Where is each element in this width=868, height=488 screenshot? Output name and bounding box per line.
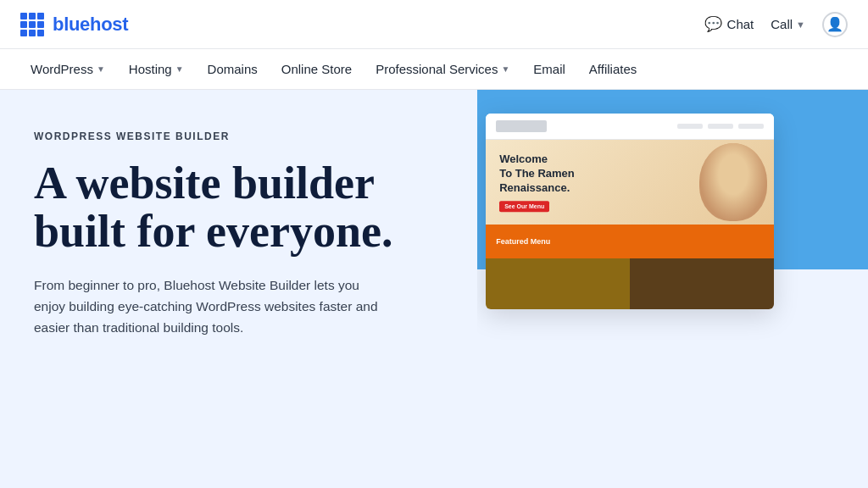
top-bar: bluehost 💬 Chat Call ▼ 👤 <box>0 0 868 49</box>
mockup-nav-line-2 <box>708 124 733 129</box>
call-label: Call <box>771 17 793 31</box>
nav-item-wordpress[interactable]: WordPress ▼ <box>20 57 115 81</box>
nav-affiliates-label: Affiliates <box>589 62 637 76</box>
ramen-bowl-image <box>699 143 767 221</box>
wordpress-chevron-icon: ▼ <box>97 64 105 74</box>
nav-item-domains[interactable]: Domains <box>198 57 268 81</box>
nav-item-professional-services[interactable]: Professional Services ▼ <box>365 57 520 81</box>
top-actions: 💬 Chat Call ▼ 👤 <box>704 12 848 37</box>
mockup-orange-section: Featured Menu <box>486 225 774 258</box>
account-person-icon: 👤 <box>826 16 843 32</box>
brand-name: bluehost <box>53 14 128 36</box>
mockup-header <box>486 114 774 140</box>
nav-item-hosting[interactable]: Hosting ▼ <box>119 57 194 81</box>
hero-image-area: WelcomeTo The RamenRenaissance. See Our … <box>477 90 868 488</box>
food-cell-2 <box>630 258 774 309</box>
ramen-welcome-text: WelcomeTo The RamenRenaissance. <box>499 152 575 196</box>
hosting-chevron-icon: ▼ <box>175 64 184 74</box>
chat-icon: 💬 <box>704 15 722 33</box>
nav-bar: WordPress ▼ Hosting ▼ Domains Online Sto… <box>0 49 868 90</box>
hero-subtext: From beginner to pro, Bluehost Website B… <box>34 275 390 338</box>
nav-hosting-label: Hosting <box>129 62 172 76</box>
hero-eyebrow: WORDPRESS WEBSITE BUILDER <box>34 130 443 142</box>
mockup-logo <box>496 120 547 132</box>
chat-label: Chat <box>727 17 754 31</box>
ramen-overlay: WelcomeTo The RamenRenaissance. See Our … <box>499 152 575 212</box>
logo-area[interactable]: bluehost <box>20 13 128 36</box>
ramen-cta-button: See Our Menu <box>499 201 549 212</box>
nav-item-affiliates[interactable]: Affiliates <box>579 57 647 81</box>
website-mockup: WelcomeTo The RamenRenaissance. See Our … <box>486 114 774 309</box>
nav-item-email[interactable]: Email <box>523 57 576 81</box>
hero-section: WORDPRESS WEBSITE BUILDER A website buil… <box>0 90 868 488</box>
mockup-food-grid <box>486 258 774 309</box>
chat-button[interactable]: 💬 Chat <box>704 15 754 33</box>
food-cell-1 <box>486 258 630 309</box>
account-icon[interactable]: 👤 <box>822 12 848 37</box>
nav-online-store-label: Online Store <box>281 62 352 76</box>
ramen-bowl-inner <box>699 143 767 221</box>
nav-professional-services-label: Professional Services <box>376 62 498 76</box>
mockup-nav <box>677 124 764 129</box>
mockup-orange-text: Featured Menu <box>496 237 550 246</box>
call-chevron-icon: ▼ <box>796 19 805 30</box>
nav-domains-label: Domains <box>208 62 258 76</box>
logo-grid-icon <box>20 13 44 36</box>
hero-content: WORDPRESS WEBSITE BUILDER A website buil… <box>0 90 477 488</box>
nav-item-online-store[interactable]: Online Store <box>271 57 362 81</box>
call-button[interactable]: Call ▼ <box>771 17 805 31</box>
mockup-nav-line-1 <box>677 124 703 129</box>
professional-services-chevron-icon: ▼ <box>501 64 509 74</box>
mockup-nav-line-3 <box>738 124 764 129</box>
nav-wordpress-label: WordPress <box>31 62 93 76</box>
hero-headline: A website builder built for everyone. <box>34 159 443 255</box>
mockup-hero-image: WelcomeTo The RamenRenaissance. See Our … <box>486 140 774 225</box>
nav-email-label: Email <box>533 62 565 76</box>
